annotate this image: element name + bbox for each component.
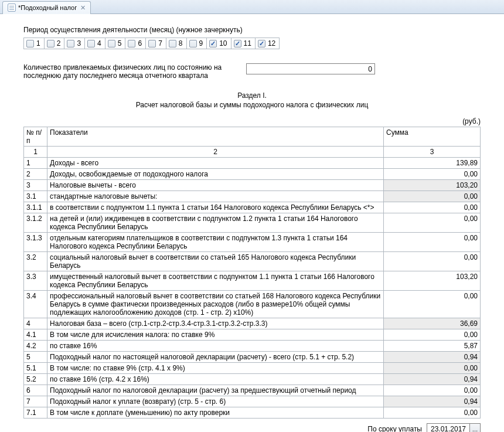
table-row: 1Доходы - всего139,89 <box>24 158 481 169</box>
row-sum[interactable]: 0,00 <box>384 385 481 396</box>
row-indicator: В том числе к доплате (уменьшению) по ак… <box>47 407 384 419</box>
month-cell-10[interactable]: 10 <box>207 38 231 49</box>
date-picker-button[interactable]: … <box>469 424 480 432</box>
table-row: 2Доходы, освобождаемые от подоходного на… <box>24 169 481 180</box>
tab-title: *Подоходный налог <box>18 4 77 11</box>
month-cell-11[interactable]: 11 <box>231 38 256 49</box>
table-row: 6Подоходный налог по налоговой деклараци… <box>24 385 481 396</box>
row-sum[interactable]: 0,00 <box>384 202 481 213</box>
month-label: 7 <box>158 39 162 47</box>
row-number: 5 <box>24 352 47 363</box>
row-sum[interactable]: 0,00 <box>384 233 481 252</box>
row-sum[interactable]: 0,00 <box>384 252 481 271</box>
qty-input[interactable] <box>246 63 375 74</box>
tab-bar: *Подоходный налог ✕ <box>0 0 504 14</box>
month-checkbox-7[interactable] <box>148 40 156 47</box>
row-sum[interactable]: 103,20 <box>384 271 481 291</box>
row-sum: 0,00 <box>384 191 481 202</box>
document-tab[interactable]: *Подоходный налог ✕ <box>2 1 91 14</box>
month-checkbox-1[interactable] <box>26 40 34 47</box>
qty-label: Количество привлекаемых физических лиц п… <box>23 63 234 80</box>
row-number: 3 <box>24 180 47 191</box>
main-table: № п/п Показатели Сумма 1 2 3 1Доходы - в… <box>23 127 481 419</box>
month-checkbox-11[interactable] <box>234 40 241 47</box>
row-number: 3.1.2 <box>24 213 47 233</box>
deadline-date-input[interactable] <box>427 424 469 432</box>
row-number: 7.1 <box>24 407 47 419</box>
month-cell-4[interactable]: 4 <box>85 38 105 49</box>
document-icon <box>8 4 16 12</box>
month-checkbox-8[interactable] <box>169 40 176 47</box>
row-sum[interactable]: 0,00 <box>384 407 481 419</box>
month-checkbox-3[interactable] <box>67 40 74 47</box>
table-row: 3.3имущественный налоговый вычет в соотв… <box>24 271 481 291</box>
row-number: 2 <box>24 169 47 180</box>
row-sum: 103,20 <box>384 180 481 191</box>
table-row: 4.2по ставке 16%5,87 <box>24 341 481 352</box>
table-row: 3.2социальный налоговый вычет в соответс… <box>24 252 481 271</box>
month-label: 3 <box>77 39 81 47</box>
close-icon[interactable]: ✕ <box>80 4 86 12</box>
table-row: 3Налоговые вычеты - всего103,20 <box>24 180 481 191</box>
row-indicator: на детей и (или) иждивенцев в соответств… <box>47 213 384 233</box>
month-cell-5[interactable]: 5 <box>105 38 126 49</box>
month-checkbox-9[interactable] <box>189 40 197 47</box>
row-indicator: Подоходный налог к уплате (возврату) (ст… <box>47 396 384 407</box>
row-sum[interactable]: 0,00 <box>384 169 481 180</box>
month-cell-3[interactable]: 3 <box>64 38 85 49</box>
row-sum[interactable]: 0,00 <box>384 291 481 318</box>
row-number: 3.1.1 <box>24 202 47 213</box>
period-label: Период осуществления деятельности (месяц… <box>23 26 481 34</box>
month-checkbox-5[interactable] <box>108 40 115 47</box>
row-number: 5.2 <box>24 374 47 385</box>
row-indicator: по ставке 16% (стр. 4.2 х 16%) <box>47 374 384 385</box>
row-sum[interactable]: 0,00 <box>384 213 481 233</box>
month-label: 10 <box>219 39 227 47</box>
month-label: 11 <box>244 39 251 47</box>
table-row: 3.1стандартные налоговые вычеты:0,00 <box>24 191 481 202</box>
month-cell-7[interactable]: 7 <box>146 38 166 49</box>
month-checkbox-10[interactable] <box>209 40 217 47</box>
row-number: 1 <box>24 158 47 169</box>
row-sum: 0,00 <box>384 363 481 374</box>
content-area: Период осуществления деятельности (месяц… <box>0 14 504 432</box>
table-row: 3.1.1в соответствии с подпунктом 1.1 пун… <box>24 202 481 213</box>
month-cell-1[interactable]: 1 <box>24 38 45 49</box>
month-cell-2[interactable]: 2 <box>45 38 65 49</box>
row-sum[interactable]: 0,00 <box>384 329 481 341</box>
row-sum: 0,94 <box>384 396 481 407</box>
row-indicator: имущественный налоговый вычет в соответс… <box>47 271 384 291</box>
month-checkbox-2[interactable] <box>47 40 55 47</box>
section-title: Раздел I. <box>23 91 481 100</box>
row-number: 7 <box>24 396 47 407</box>
month-label: 12 <box>268 39 275 47</box>
month-label: 8 <box>179 39 183 47</box>
row-sum: 0,94 <box>384 374 481 385</box>
row-sum: 0,94 <box>384 352 481 363</box>
month-label: 9 <box>199 39 203 47</box>
row-number: 3.2 <box>24 252 47 271</box>
row-indicator: Налоговые вычеты - всего <box>47 180 384 191</box>
row-indicator: Доходы, освобождаемые от подоходного нал… <box>47 169 384 180</box>
header-indicator: Показатели <box>47 127 384 147</box>
row-indicator: Налоговая база – всего (стр.1-стр.2-стр.… <box>47 318 384 329</box>
month-checkbox-6[interactable] <box>128 40 135 47</box>
row-sum[interactable]: 139,89 <box>384 158 481 169</box>
month-cell-6[interactable]: 6 <box>125 38 146 49</box>
table-row: 4.1В том числе для исчисления налога: по… <box>24 329 481 341</box>
month-cell-9[interactable]: 9 <box>187 38 207 49</box>
month-cell-12[interactable]: 12 <box>256 38 279 49</box>
month-label: 5 <box>118 39 122 47</box>
row-indicator: В том числе для исчисления налога: по ст… <box>47 329 384 341</box>
table-row: 3.1.3отдельным категориям плательщиков в… <box>24 233 481 252</box>
table-row: 3.4профессиональный налоговый вычет в со… <box>24 291 481 318</box>
row-sum[interactable]: 5,87 <box>384 341 481 352</box>
subheader-sum: 3 <box>384 147 481 158</box>
deadline-date-box: … <box>427 423 481 432</box>
row-number: 3.3 <box>24 271 47 291</box>
month-cell-8[interactable]: 8 <box>166 38 187 49</box>
table-row: 5.1В том числе: по ставке 9% (стр. 4.1 х… <box>24 363 481 374</box>
month-checkbox-12[interactable] <box>258 40 265 47</box>
month-checkbox-4[interactable] <box>87 40 95 47</box>
row-indicator: социальный налоговый вычет в соответстви… <box>47 252 384 271</box>
